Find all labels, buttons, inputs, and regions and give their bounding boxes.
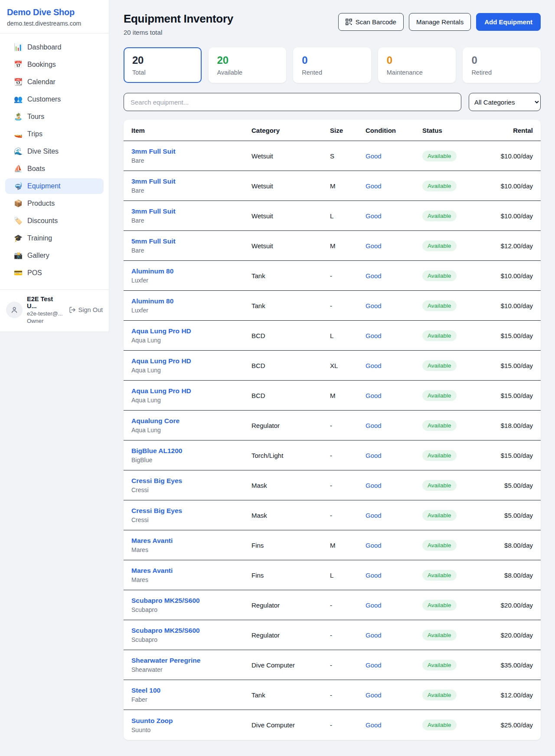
- condition-link[interactable]: Good: [366, 242, 422, 250]
- camera-flash-icon: 📸: [14, 252, 23, 259]
- item-name-link[interactable]: Aqua Lung Pro HD: [131, 387, 251, 395]
- sidebar-item[interactable]: 👥 Customers: [5, 92, 104, 107]
- condition-link[interactable]: Good: [366, 512, 422, 519]
- status-badge: Available: [422, 480, 457, 491]
- item-name-link[interactable]: Mares Avanti: [131, 537, 251, 545]
- rental-price-cell: $10.00/day: [486, 152, 533, 160]
- category-cell: BCD: [251, 332, 330, 339]
- status-cell: Available: [422, 390, 486, 401]
- item-name-link[interactable]: Aluminum 80: [131, 297, 251, 305]
- sidebar-item[interactable]: 💳 POS: [5, 265, 104, 281]
- sidebar-item[interactable]: 📸 Gallery: [5, 248, 104, 263]
- stat-label: Available: [217, 69, 278, 76]
- condition-link[interactable]: Good: [366, 392, 422, 399]
- condition-link[interactable]: Good: [366, 362, 422, 369]
- rental-price-cell: $15.00/day: [486, 362, 533, 369]
- table-row: BigBlue AL1200 BigBlue Torch/Light - Goo…: [124, 440, 541, 470]
- stat-value: 20: [132, 54, 193, 66]
- condition-link[interactable]: Good: [366, 152, 422, 160]
- status-cell: Available: [422, 450, 486, 461]
- manage-rentals-button[interactable]: Manage Rentals: [409, 13, 471, 31]
- condition-link[interactable]: Good: [366, 452, 422, 459]
- condition-link[interactable]: Good: [366, 721, 422, 729]
- status-badge: Available: [422, 390, 457, 401]
- shop-domain: demo.test.divestreams.com: [7, 20, 102, 27]
- sidebar-item[interactable]: ⛵ Boats: [5, 161, 104, 177]
- size-cell: -: [330, 691, 366, 699]
- item-name-link[interactable]: 3mm Full Suit: [131, 148, 251, 155]
- sign-out-button[interactable]: Sign Out: [69, 306, 103, 313]
- condition-link[interactable]: Good: [366, 691, 422, 699]
- sidebar-item[interactable]: 📊 Dashboard: [5, 39, 104, 55]
- sidebar-item[interactable]: 🤿 Equipment: [5, 178, 104, 194]
- sidebar: Demo Dive Shop demo.test.divestreams.com…: [0, 0, 109, 332]
- stat-label: Rented: [302, 69, 362, 76]
- sidebar-item[interactable]: 🏝️ Tours: [5, 109, 104, 125]
- add-equipment-label: Add Equipment: [484, 18, 532, 26]
- condition-link[interactable]: Good: [366, 542, 422, 549]
- sidebar-item[interactable]: 📦 Products: [5, 196, 104, 211]
- condition-link[interactable]: Good: [366, 661, 422, 669]
- stat-card[interactable]: 0 Maintenance: [378, 47, 456, 83]
- condition-link[interactable]: Good: [366, 212, 422, 220]
- category-cell: Dive Computer: [251, 661, 330, 669]
- category-cell: Wetsuit: [251, 152, 330, 160]
- stat-card[interactable]: 0 Retired: [463, 47, 541, 83]
- table-row: Cressi Big Eyes Cressi Mask - Good Avail…: [124, 500, 541, 530]
- condition-link[interactable]: Good: [366, 332, 422, 339]
- item-name-link[interactable]: Aqua Lung Pro HD: [131, 327, 251, 335]
- condition-link[interactable]: Good: [366, 272, 422, 279]
- item-name-link[interactable]: Cressi Big Eyes: [131, 477, 251, 485]
- sidebar-item[interactable]: 🌊 Dive Sites: [5, 144, 104, 159]
- stat-card[interactable]: 20 Available: [209, 47, 287, 83]
- search-input[interactable]: [124, 93, 461, 111]
- sidebar-item[interactable]: 🚤 Trips: [5, 126, 104, 142]
- sidebar-item[interactable]: 📆 Calendar: [5, 74, 104, 90]
- stat-card[interactable]: 20 Total: [124, 47, 202, 83]
- sidebar-item[interactable]: 🎓 Training: [5, 230, 104, 246]
- size-cell: M: [330, 182, 366, 190]
- item-name-link[interactable]: Aluminum 80: [131, 267, 251, 275]
- item-name-link[interactable]: Shearwater Peregrine: [131, 657, 251, 664]
- item-name-link[interactable]: 3mm Full Suit: [131, 177, 251, 185]
- item-brand: Aqua Lung: [131, 397, 251, 404]
- item-name-link[interactable]: 5mm Full Suit: [131, 237, 251, 245]
- status-badge: Available: [422, 151, 457, 161]
- page-header-titles: Equipment Inventory 20 items total: [124, 12, 233, 36]
- category-filter-select[interactable]: All Categories: [469, 93, 541, 111]
- rental-price-cell: $20.00/day: [486, 602, 533, 609]
- item-cell: Scubapro MK25/S600 Scubapro: [131, 597, 251, 613]
- item-cell: Shearwater Peregrine Shearwater: [131, 657, 251, 673]
- condition-link[interactable]: Good: [366, 422, 422, 429]
- condition-link[interactable]: Good: [366, 602, 422, 609]
- item-name-link[interactable]: Aqualung Core: [131, 417, 251, 425]
- scan-barcode-button[interactable]: Scan Barcode: [338, 13, 404, 31]
- item-brand: Cressi: [131, 486, 251, 493]
- item-name-link[interactable]: Scubapro MK25/S600: [131, 597, 251, 605]
- item-name-link[interactable]: Suunto Zoop: [131, 717, 251, 725]
- sailboat-icon: ⛵: [14, 165, 23, 172]
- condition-link[interactable]: Good: [366, 572, 422, 579]
- item-cell: 3mm Full Suit Bare: [131, 148, 251, 164]
- item-cell: Cressi Big Eyes Cressi: [131, 507, 251, 523]
- sidebar-item[interactable]: 🏷️ Discounts: [5, 213, 104, 229]
- item-name-link[interactable]: Cressi Big Eyes: [131, 507, 251, 515]
- condition-link[interactable]: Good: [366, 482, 422, 489]
- item-brand: Bare: [131, 247, 251, 254]
- size-cell: S: [330, 152, 366, 160]
- item-name-link[interactable]: Mares Avanti: [131, 567, 251, 575]
- condition-link[interactable]: Good: [366, 182, 422, 190]
- status-badge: Available: [422, 660, 457, 671]
- item-name-link[interactable]: Steel 100: [131, 687, 251, 694]
- item-name-link[interactable]: BigBlue AL1200: [131, 447, 251, 455]
- size-cell: -: [330, 482, 366, 489]
- stat-card[interactable]: 0 Rented: [293, 47, 371, 83]
- add-equipment-button[interactable]: Add Equipment: [476, 13, 541, 31]
- column-header-item: Item: [131, 127, 251, 134]
- condition-link[interactable]: Good: [366, 302, 422, 309]
- item-name-link[interactable]: 3mm Full Suit: [131, 207, 251, 215]
- item-name-link[interactable]: Scubapro MK25/S600: [131, 627, 251, 634]
- condition-link[interactable]: Good: [366, 631, 422, 639]
- item-name-link[interactable]: Aqua Lung Pro HD: [131, 357, 251, 365]
- sidebar-item[interactable]: 📅 Bookings: [5, 57, 104, 72]
